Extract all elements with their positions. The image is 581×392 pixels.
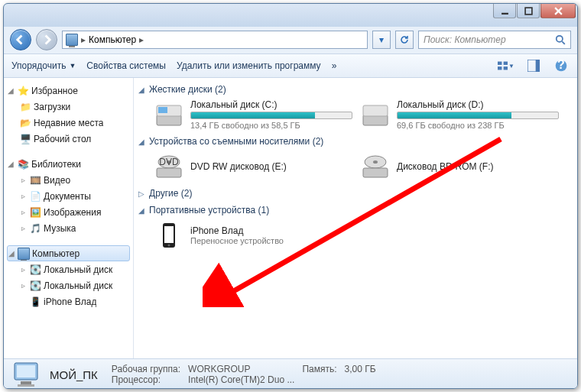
disclosure-triangle-icon[interactable]: ◢: [7, 86, 15, 95]
sidebar-item-videos[interactable]: ▹🎞️Видео: [4, 172, 133, 188]
phone-icon: 📱: [29, 296, 41, 308]
back-button[interactable]: [10, 29, 31, 50]
uninstall-program-button[interactable]: Удалить или изменить программу: [177, 60, 321, 71]
disclosure-triangle-icon[interactable]: ▷: [138, 190, 144, 198]
music-icon: 🎵: [29, 222, 41, 235]
device-subtitle: Переносное устройство: [190, 236, 352, 245]
search-placeholder: Поиск: Компьютер: [424, 34, 506, 45]
sidebar-computer-header[interactable]: ◢Компьютер: [7, 245, 130, 261]
svg-text:?: ?: [557, 60, 565, 71]
sidebar-item-drive-d[interactable]: ▹💽Локальный диск: [4, 277, 133, 293]
section-removable: ◢Устройства со съемными носителями (2) D…: [138, 136, 573, 182]
computer-icon: [66, 34, 78, 46]
desktop-icon: 🖥️: [19, 133, 31, 145]
navbar: ▸ Компьютер ▸ ▾ Поиск: Компьютер: [4, 26, 577, 53]
svg-point-2: [557, 36, 563, 42]
svg-rect-16: [363, 105, 388, 116]
star-icon: ⭐: [17, 85, 29, 97]
drive-subtitle: 69,6 ГБ свободно из 238 ГБ: [397, 121, 559, 130]
capacity-bar: [190, 112, 352, 119]
disclosure-triangle-icon[interactable]: ◢: [7, 160, 15, 168]
chevron-right-icon: ▸: [139, 34, 144, 45]
svg-rect-23: [363, 168, 388, 177]
sidebar-item-drive-c[interactable]: ▹💽Локальный диск: [4, 261, 133, 277]
refresh-button[interactable]: [395, 31, 414, 49]
disclosure-triangle-icon[interactable]: ◢: [138, 138, 144, 146]
disclosure-triangle-icon[interactable]: ◢: [138, 86, 144, 94]
section-header[interactable]: ◢Устройства со съемными носителями (2): [138, 136, 573, 147]
details-pane: МОЙ_ПК Рабочая группа: WORKGROUP Память:…: [4, 358, 577, 389]
status-computer-name: МОЙ_ПК: [50, 368, 98, 381]
bd-drive[interactable]: Дисковод BD-ROM (F:): [360, 151, 559, 182]
sidebar-libraries-header[interactable]: ◢📚Библиотеки: [4, 156, 133, 172]
sidebar-item-desktop[interactable]: 🖥️Рабочий стол: [4, 131, 133, 147]
drive-title: Локальный диск (C:): [190, 99, 352, 110]
view-mode-button[interactable]: ▼: [498, 57, 514, 74]
drive-title: DVD RW дисковод (E:): [190, 161, 352, 172]
sidebar-item-recent[interactable]: 📂Недавние места: [4, 115, 133, 131]
svg-rect-14: [158, 107, 167, 113]
drive-d[interactable]: Локальный диск (D:) 69,6 ГБ свободно из …: [360, 99, 559, 130]
folder-icon: 📁: [19, 101, 31, 113]
navigation-pane: ◢⭐Избранное 📁Загрузки 📂Недавние места 🖥️…: [4, 78, 134, 358]
svg-rect-25: [164, 226, 174, 243]
sidebar-item-pictures[interactable]: ▹🖼️Изображения: [4, 204, 133, 220]
preview-pane-button[interactable]: [525, 57, 542, 74]
toolbar: Упорядочить ▼ Свойства системы Удалить и…: [4, 53, 577, 78]
sidebar-item-downloads[interactable]: 📁Загрузки: [4, 99, 133, 115]
close-button[interactable]: [540, 4, 576, 18]
computer-large-icon: [11, 361, 41, 387]
drive-icon: [360, 99, 391, 130]
section-header[interactable]: ◢Жесткие диски (2): [138, 84, 573, 95]
section-header[interactable]: ◢Портативные устройства (1): [138, 205, 573, 215]
disclosure-triangle-icon[interactable]: ◢: [8, 249, 15, 258]
dvd-drive-icon: DVD: [154, 151, 184, 182]
svg-line-3: [562, 41, 565, 44]
toolbar-overflow-button[interactable]: »: [332, 60, 337, 71]
svg-rect-6: [498, 66, 501, 70]
help-button[interactable]: ?: [553, 57, 570, 74]
status-memory-label: Память:: [302, 364, 336, 374]
bd-drive-icon: [360, 151, 391, 182]
section-header[interactable]: ▷Другие (2): [138, 188, 573, 199]
portable-iphone[interactable]: iPhone Влад Переносное устройство: [154, 220, 352, 251]
svg-rect-9: [536, 60, 540, 72]
drive-icon: 💽: [29, 264, 41, 276]
svg-rect-31: [18, 384, 34, 387]
address-bar[interactable]: ▸ Компьютер ▸: [62, 31, 368, 49]
sidebar-item-iphone[interactable]: 📱iPhone Влад: [4, 293, 133, 309]
svg-point-26: [168, 245, 170, 247]
status-cpu-value: Intel(R) Core(TM)2 Duo ...: [188, 374, 294, 385]
svg-rect-4: [498, 62, 501, 65]
video-icon: 🎞️: [29, 174, 41, 186]
disclosure-triangle-icon[interactable]: ◢: [138, 206, 144, 215]
device-title: iPhone Влад: [190, 225, 352, 236]
content-pane: ◢Жесткие диски (2) Локальный диск (C:) 1…: [134, 78, 577, 358]
maximize-button[interactable]: [517, 4, 540, 18]
recent-icon: 📂: [19, 117, 31, 129]
status-workgroup-label: Рабочая группа:: [112, 364, 180, 374]
sidebar-item-music[interactable]: ▹🎵Музыка: [4, 220, 133, 236]
status-cpu-label: Процессор:: [112, 374, 180, 385]
history-dropdown-button[interactable]: ▾: [372, 31, 391, 49]
drive-title: Локальный диск (D:): [397, 99, 559, 110]
search-input[interactable]: Поиск: Компьютер: [418, 31, 571, 49]
svg-rect-29: [17, 365, 35, 377]
minimize-button[interactable]: [493, 4, 516, 18]
libraries-icon: 📚: [17, 158, 29, 170]
drive-c[interactable]: Локальный диск (C:) 13,4 ГБ свободно из …: [154, 99, 352, 130]
system-properties-button[interactable]: Свойства системы: [86, 60, 166, 71]
organize-menu[interactable]: Упорядочить ▼: [11, 60, 76, 71]
sidebar-favorites-header[interactable]: ◢⭐Избранное: [4, 83, 133, 99]
svg-rect-7: [504, 66, 508, 70]
explorer-window: ▸ Компьютер ▸ ▾ Поиск: Компьютер Упорядо…: [3, 3, 578, 389]
breadcrumb-location[interactable]: Компьютер: [89, 34, 136, 45]
section-portable: ◢Портативные устройства (1) iPhone Влад …: [138, 205, 573, 251]
svg-rect-1: [525, 8, 532, 15]
document-icon: 📄: [29, 190, 41, 202]
computer-icon: [18, 248, 30, 260]
svg-point-22: [373, 160, 378, 164]
forward-button[interactable]: [36, 29, 57, 50]
sidebar-item-documents[interactable]: ▹📄Документы: [4, 188, 133, 204]
dvd-drive[interactable]: DVD DVD RW дисковод (E:): [154, 151, 352, 182]
